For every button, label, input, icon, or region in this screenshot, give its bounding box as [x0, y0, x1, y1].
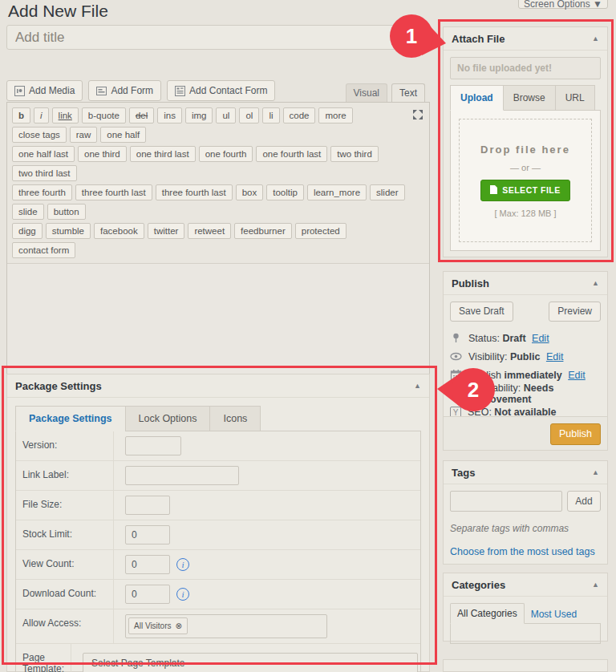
link-label-input[interactable]: [125, 466, 239, 485]
allow-access-multiselect[interactable]: All Visitors ⊗: [125, 614, 327, 638]
quicktag-button[interactable]: b-quote: [82, 107, 126, 123]
quicktag-button[interactable]: slide: [12, 204, 44, 220]
select-file-button[interactable]: SELECT FILE: [480, 180, 570, 201]
quicktag-button[interactable]: slider: [370, 184, 404, 200]
tab-lock-options[interactable]: Lock Options: [125, 406, 210, 431]
quicktag-button[interactable]: img: [185, 107, 213, 123]
quicktag-button[interactable]: protected: [295, 223, 346, 239]
most-used-tags-link[interactable]: Choose from the most used tags: [450, 546, 601, 557]
field-label: Stock Limit:: [16, 520, 114, 549]
drop-zone[interactable]: Drop file here — or — SELECT FILE [ Max:…: [459, 119, 592, 242]
file-size-input[interactable]: [125, 496, 170, 515]
quicktag-button[interactable]: raw: [70, 127, 98, 143]
quicktag-button[interactable]: two third last: [12, 165, 77, 181]
quicktag-button[interactable]: contact form: [12, 242, 75, 258]
file-icon: [490, 185, 497, 196]
quicktag-button[interactable]: b: [12, 107, 30, 123]
quicktag-button[interactable]: more: [318, 107, 352, 123]
quicktag-button[interactable]: one half last: [12, 146, 75, 162]
quicktag-button[interactable]: one third last: [130, 146, 196, 162]
quicktag-button[interactable]: one fourth: [199, 146, 253, 162]
collapse-arrow-icon[interactable]: ▲: [592, 34, 599, 43]
stock-limit-input[interactable]: [125, 525, 170, 544]
tab-package-settings[interactable]: Package Settings: [15, 406, 125, 431]
version-input[interactable]: [125, 436, 181, 455]
quicktag-button[interactable]: two third: [330, 146, 378, 162]
fullscreen-icon[interactable]: [412, 109, 424, 120]
field-label: Page Template:: [16, 644, 71, 672]
edit-visibility-link[interactable]: Edit: [546, 351, 564, 362]
quicktag-button[interactable]: twitter: [148, 223, 185, 239]
quicktag-button[interactable]: three fourth: [12, 184, 72, 200]
quicktag-button[interactable]: one fourth last: [256, 146, 327, 162]
add-form-button[interactable]: Add Form: [88, 80, 161, 101]
chip-remove-icon[interactable]: ⊗: [176, 621, 182, 630]
info-icon[interactable]: i: [176, 588, 189, 601]
field-label: View Count:: [16, 550, 114, 579]
quicktag-button[interactable]: facebook: [94, 223, 144, 239]
page-template-select[interactable]: Select Page Template: [83, 653, 418, 672]
categories-metabox: Categories ▲ All Categories Most Used: [443, 573, 608, 642]
drop-label: Drop file here: [480, 144, 570, 156]
collapse-arrow-icon[interactable]: ▲: [592, 279, 599, 287]
quicktag-button[interactable]: i: [34, 107, 49, 123]
quicktag-button[interactable]: one third: [78, 146, 127, 162]
add-media-label: Add Media: [29, 85, 75, 96]
add-media-button[interactable]: Add Media: [6, 80, 83, 101]
view-count-input[interactable]: [125, 555, 170, 574]
preview-button[interactable]: Preview: [549, 302, 601, 322]
edit-status-link[interactable]: Edit: [532, 333, 549, 344]
tab-all-categories[interactable]: All Categories: [450, 603, 525, 624]
quicktag-button[interactable]: ol: [239, 107, 259, 123]
field-label: Version:: [16, 431, 114, 460]
post-title-input[interactable]: [6, 25, 425, 50]
publish-header[interactable]: Publish ▲: [444, 272, 607, 295]
categories-header[interactable]: Categories ▲: [444, 573, 607, 597]
download-count-input[interactable]: [125, 585, 170, 604]
attach-file-header[interactable]: Attach File ▲: [444, 27, 607, 51]
categories-list[interactable]: [450, 623, 601, 644]
tab-text[interactable]: Text: [391, 83, 425, 102]
screen-options-button[interactable]: Screen Options ▼: [518, 0, 608, 9]
quicktag-button[interactable]: learn_more: [307, 184, 367, 200]
add-contact-form-button[interactable]: Add Contact Form: [167, 80, 275, 101]
quicktag-button[interactable]: stumble: [46, 223, 91, 239]
tab-most-used[interactable]: Most Used: [525, 605, 583, 624]
add-tag-button[interactable]: Add: [567, 491, 601, 512]
quicktag-button[interactable]: box: [236, 184, 264, 200]
collapse-arrow-icon[interactable]: ▲: [592, 468, 599, 476]
quicktag-button[interactable]: ins: [157, 107, 182, 123]
quicktag-button[interactable]: li: [262, 107, 279, 123]
select-file-label: SELECT FILE: [502, 185, 561, 195]
collapse-arrow-icon[interactable]: ▲: [592, 581, 599, 589]
tab-visual[interactable]: Visual: [346, 83, 387, 102]
quicktag-button[interactable]: code: [283, 107, 316, 123]
tab-url[interactable]: URL: [556, 85, 595, 111]
info-icon[interactable]: i: [176, 558, 189, 571]
quicktag-button[interactable]: link: [52, 107, 79, 123]
new-tag-input[interactable]: [450, 491, 562, 512]
quicktag-button[interactable]: digg: [12, 223, 43, 239]
quicktag-button[interactable]: del: [129, 107, 154, 123]
attach-file-tabs: Upload Browse URL: [450, 85, 601, 111]
quicktag-button[interactable]: button: [47, 204, 86, 220]
quicktag-button[interactable]: retweet: [188, 223, 231, 239]
collapse-arrow-icon[interactable]: ▲: [414, 382, 421, 390]
tab-upload[interactable]: Upload: [450, 85, 504, 111]
attached-file-input[interactable]: [450, 57, 601, 79]
quicktag-button[interactable]: three fourth last: [75, 184, 152, 200]
quicktag-button[interactable]: ul: [216, 107, 236, 123]
tags-header[interactable]: Tags ▲: [444, 461, 607, 484]
quicktag-button[interactable]: one half: [100, 127, 146, 143]
package-settings-header[interactable]: Package Settings ▲: [7, 374, 429, 398]
tab-browse[interactable]: Browse: [504, 85, 556, 111]
edit-schedule-link[interactable]: Edit: [568, 370, 586, 381]
quicktag-button[interactable]: three fourth last: [156, 184, 233, 200]
tab-icons[interactable]: Icons: [209, 406, 261, 431]
quicktag-button[interactable]: close tags: [12, 127, 67, 143]
quicktags-row-2: one half lastone thirdone third lastone …: [10, 144, 408, 183]
save-draft-button[interactable]: Save Draft: [450, 302, 513, 322]
quicktag-button[interactable]: tooltip: [266, 184, 304, 200]
publish-button[interactable]: Publish: [550, 423, 601, 445]
quicktag-button[interactable]: feedburner: [234, 223, 292, 239]
